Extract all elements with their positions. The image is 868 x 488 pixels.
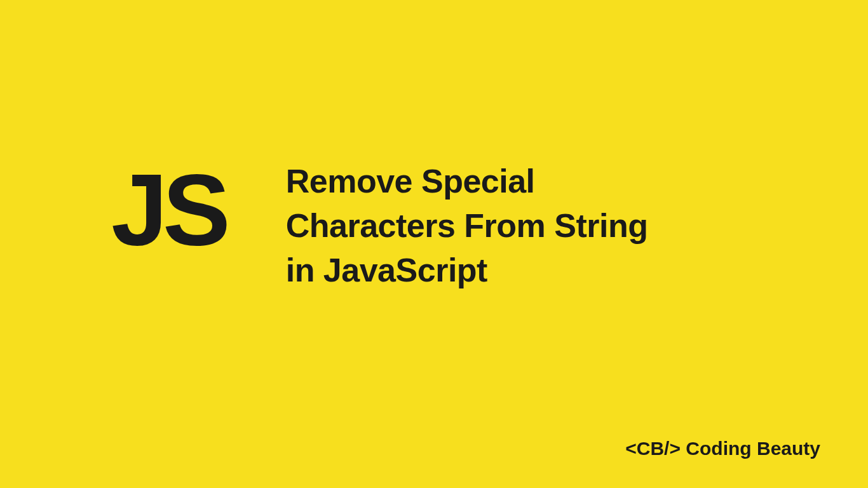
brand-name: Coding Beauty <box>686 438 820 459</box>
site-brand: <CB/> Coding Beauty <box>625 438 820 459</box>
main-content: JS Remove Special Characters From String… <box>111 159 648 293</box>
js-badge: JS <box>111 159 226 261</box>
brand-tag: <CB/> <box>625 438 681 459</box>
title-line: in JavaScript <box>286 248 648 292</box>
title-line: Remove Special <box>286 159 648 203</box>
title-line: Characters From String <box>286 203 648 248</box>
article-title: Remove Special Characters From String in… <box>286 159 648 293</box>
